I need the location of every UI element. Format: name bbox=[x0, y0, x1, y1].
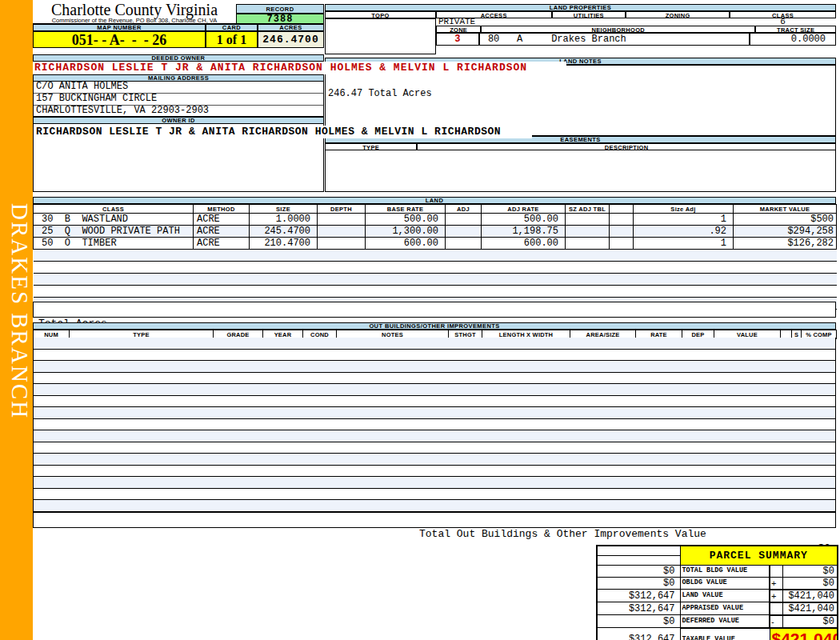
summary-operator bbox=[770, 602, 782, 615]
card-field[interactable]: 1 of 1 bbox=[206, 31, 258, 48]
land-row: 50 O TIMBER ACRE 210.4700 600.00 600.00 … bbox=[34, 238, 837, 250]
land-col-method: METHOD bbox=[194, 205, 250, 214]
easements-box bbox=[325, 150, 836, 192]
summary-left-blank bbox=[597, 546, 680, 555]
summary-operator bbox=[770, 565, 782, 577]
land-col-class: CLASS bbox=[34, 205, 194, 214]
easement-description-column-header: DESCRIPTION bbox=[417, 143, 836, 150]
summary-label: OBLDG VALUE bbox=[680, 577, 770, 590]
mailing-address-box: C/O ANITA HOLMES 157 BUCKINGHAM CIRCLE C… bbox=[33, 82, 324, 117]
summary-value: $421,040 bbox=[782, 590, 838, 602]
ob-empty-row bbox=[34, 361, 835, 373]
neighborhood-value: 80 A Drakes Branch bbox=[479, 33, 750, 46]
map-number-header: MAP NUMBER bbox=[33, 24, 206, 31]
summary-left-value: $312,647 bbox=[597, 628, 680, 640]
easement-type-column-header: TYPE bbox=[325, 143, 417, 150]
summary-left-value: $0 bbox=[597, 577, 680, 590]
address-line-3: CHARLOTTESVILLE, VA 22903-2903 bbox=[34, 106, 323, 118]
neighborhood-column-header: NEIGHBORHOOD bbox=[481, 26, 755, 33]
land-empty-row bbox=[34, 274, 837, 286]
summary-header-row: PARCEL SUMMARY bbox=[597, 546, 838, 555]
ob-empty-row bbox=[34, 430, 835, 442]
summary-label: LAND VALUE bbox=[680, 590, 770, 602]
ob-empty-row bbox=[34, 477, 835, 489]
summary-left-value: $0 bbox=[597, 565, 680, 577]
land-properties-title: LAND PROPERTIES bbox=[325, 4, 836, 11]
land-col-size: SIZE bbox=[250, 205, 318, 214]
tract-size-value: 0.0000 bbox=[750, 33, 836, 46]
commissioner-line: Commissioner of the Revenue, PO Box 308,… bbox=[33, 18, 236, 24]
summary-left-value: $0 bbox=[597, 615, 680, 628]
property-record-card: DRAKES BRANCH Charlotte County Virginia … bbox=[0, 0, 840, 640]
ob-empty-row bbox=[34, 338, 835, 350]
topo-column-header: TOPO bbox=[325, 11, 436, 18]
land-col-base-rate: BASE RATE bbox=[366, 205, 446, 214]
summary-operator: + bbox=[770, 577, 782, 590]
mailing-address-header: MAILING ADDRESS bbox=[33, 74, 324, 82]
land-empty-row bbox=[34, 262, 837, 274]
land-col-adj-rate: ADJ RATE bbox=[482, 205, 566, 214]
land-row: 30 B WASTLAND ACRE 1.0000 500.00 500.00 … bbox=[34, 214, 837, 226]
summary-label: DEFERRED VALUE bbox=[680, 615, 770, 628]
ob-empty-row bbox=[34, 419, 835, 431]
zoning-column-header: ZONING bbox=[626, 11, 730, 18]
summary-row-land-value: $312,647 LAND VALUE + $421,040 bbox=[597, 590, 838, 602]
summary-operator: + bbox=[770, 590, 782, 602]
ob-empty-row bbox=[34, 489, 835, 501]
summary-row-total-bldg: $0 TOTAL BLDG VALUE $0 bbox=[597, 565, 838, 577]
ob-empty-row bbox=[34, 407, 835, 419]
out-buildings-total-row: Total Out Buildings & Other Improvements… bbox=[33, 512, 836, 528]
acres-header: ACRES bbox=[258, 24, 324, 31]
parcel-summary-title: PARCEL SUMMARY bbox=[680, 546, 838, 565]
land-col-market-value: MARKET VALUE bbox=[734, 205, 837, 214]
parcel-summary-table: PARCEL SUMMARY $0 TOTAL BLDG VALUE $0 $0… bbox=[596, 545, 838, 640]
land-table-header-row: CLASS METHOD SIZE DEPTH BASE RATE ADJ AD… bbox=[34, 205, 837, 214]
land-col-depth: DEPTH bbox=[318, 205, 366, 214]
ob-empty-row bbox=[34, 350, 835, 362]
summary-value: $421,040 bbox=[782, 602, 838, 615]
ob-empty-row bbox=[34, 373, 835, 385]
summary-row-obldg: $0 OBLDG VALUE + $0 bbox=[597, 577, 838, 590]
county-title: Charlotte County Virginia bbox=[33, 2, 236, 18]
zone-value: 3 bbox=[436, 33, 479, 46]
taxable-value-amount: $421,040 bbox=[770, 628, 838, 640]
tract-size-column-header: TRACT SIZE bbox=[755, 26, 836, 33]
summary-left-blank bbox=[597, 555, 680, 565]
ob-empty-row bbox=[34, 466, 835, 478]
record-header: RECORD bbox=[236, 4, 324, 14]
deeded-owner-value: RICHARDSON LESLIE T JR & ANITA RICHARDSO… bbox=[34, 62, 566, 74]
land-empty-row bbox=[34, 286, 837, 298]
county-header: Charlotte County Virginia Commissioner o… bbox=[33, 2, 236, 24]
owner-id-header: OWNER ID bbox=[33, 117, 324, 124]
summary-label: TOTAL BLDG VALUE bbox=[680, 565, 770, 577]
ob-empty-row bbox=[34, 454, 835, 466]
address-line-2: 157 BUCKINGHAM CIRCLE bbox=[34, 94, 323, 106]
summary-row-appraised: $312,647 APPRAISED VALUE $421,040 bbox=[597, 602, 838, 615]
ob-total-label: Total Out Buildings & Other Improvements… bbox=[419, 527, 706, 542]
summary-value: $0 bbox=[782, 615, 838, 628]
zone-column-header: ZONE bbox=[436, 26, 481, 33]
land-col-adj: ADJ bbox=[446, 205, 482, 214]
land-col-blank bbox=[610, 205, 634, 214]
out-buildings-title: OUT BUILDINGS/OTHER IMPROVEMENTS bbox=[33, 322, 836, 330]
deeded-owner-header: DEEDED OWNER bbox=[33, 54, 324, 62]
owner-id-value: RICHARDSON LESLIE T JR & ANITA RICHARDSO… bbox=[36, 126, 532, 138]
land-row: 25 Q WOOD PRIVATE PATH ACRE 245.4700 1,3… bbox=[34, 226, 837, 238]
map-number-field[interactable]: 051- - A- - - 26 bbox=[33, 31, 206, 48]
land-col-size-adj: Size Adj bbox=[634, 205, 734, 214]
ob-empty-row bbox=[34, 442, 835, 454]
out-buildings-body bbox=[33, 338, 836, 512]
topo-value-box bbox=[325, 18, 436, 54]
summary-label: APPRAISED VALUE bbox=[680, 602, 770, 615]
address-line-1: C/O ANITA HOLMES bbox=[34, 82, 323, 94]
record-number-field[interactable]: 7388 bbox=[236, 14, 324, 24]
land-notes-text: 246.47 Total Acres bbox=[328, 88, 432, 99]
ob-empty-row bbox=[34, 396, 835, 408]
land-table: CLASS METHOD SIZE DEPTH BASE RATE ADJ AD… bbox=[33, 204, 837, 310]
land-section-title: LAND bbox=[33, 197, 836, 204]
acres-field: 246.4700 bbox=[258, 31, 324, 48]
card-header: CARD bbox=[206, 24, 258, 31]
summary-row-taxable: $312,647 TAXABLE VALUE $421,040 bbox=[597, 628, 838, 640]
summary-operator: - bbox=[770, 615, 782, 628]
ob-empty-row bbox=[34, 384, 835, 396]
